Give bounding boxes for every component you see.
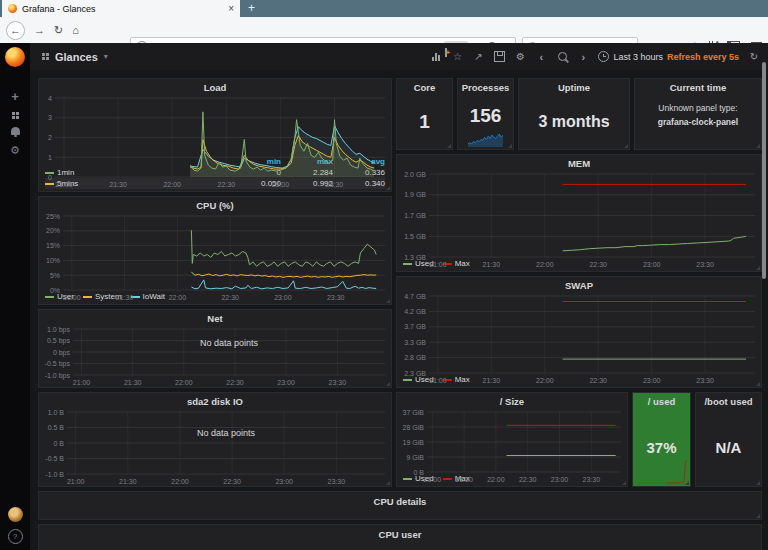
- svg-text:2.8 GB: 2.8 GB: [404, 354, 426, 361]
- dashboard-settings-button[interactable]: ⚙: [514, 51, 526, 62]
- chart-canvas: 1.0 B0.5 B0 B-0.5 B-1.0 B21:0021:3022:00…: [39, 408, 391, 486]
- panel-title[interactable]: / Size: [397, 393, 627, 408]
- add-panel-button[interactable]: +: [430, 53, 442, 61]
- svg-text:22:00: 22:00: [169, 294, 187, 301]
- dashboard-title-button[interactable]: Glances ▾: [42, 51, 108, 63]
- panel-title[interactable]: CPU details: [39, 492, 761, 508]
- panel-cpu-user: CPU user 100%: [38, 524, 762, 550]
- browser-tab-bar: Grafana - Glances × +: [0, 0, 768, 17]
- panel-title[interactable]: / used: [633, 393, 690, 408]
- svg-text:4.2 GB: 4.2 GB: [404, 308, 426, 315]
- panel-title[interactable]: SWAP: [397, 277, 761, 292]
- svg-text:4: 4: [48, 95, 52, 102]
- panel-cpu-details: CPU details: [38, 491, 762, 520]
- help-icon[interactable]: ?: [8, 529, 23, 544]
- svg-text:23:30: 23:30: [328, 478, 346, 485]
- configuration-gear-icon[interactable]: ⚙: [10, 145, 20, 156]
- svg-text:22:00: 22:00: [536, 261, 554, 268]
- svg-text:3.3 GB: 3.3 GB: [404, 339, 426, 346]
- svg-text:21:30: 21:30: [124, 379, 142, 386]
- panel-title[interactable]: Load: [39, 79, 391, 94]
- refresh-interval-label[interactable]: Refresh every 5s: [667, 52, 739, 62]
- chart-canvas: 25%20%15%10%5%0%21:0021:3022:0022:3023:0…: [39, 212, 391, 302]
- svg-text:-0.5 bps: -0.5 bps: [45, 360, 71, 368]
- chevron-down-icon: ▾: [104, 52, 108, 61]
- grafana-navbar: Glances ▾ + ☆ ↗ ⚙ ‹ › Last 3 hours Refre…: [0, 43, 768, 71]
- panel-mem: MEM 2.0 GB1.9 GB1.7 GB1.5 GB1.3 GB21:002…: [396, 154, 762, 272]
- svg-text:22:30: 22:30: [519, 476, 537, 483]
- svg-text:4.7 GB: 4.7 GB: [404, 293, 426, 300]
- star-dashboard-button[interactable]: ☆: [451, 51, 463, 62]
- swap-chart[interactable]: 4.7 GB4.2 GB3.7 GB3.3 GB2.8 GB2.3 GB21:0…: [397, 292, 761, 374]
- panel-title[interactable]: Core: [397, 79, 452, 94]
- panel-title[interactable]: Current time: [635, 79, 761, 94]
- scrollbar-thumb[interactable]: [762, 62, 766, 279]
- panel-title[interactable]: /boot used: [696, 393, 761, 408]
- svg-text:1.0 bps: 1.0 bps: [47, 326, 70, 334]
- cpu-chart[interactable]: 25%20%15%10%5%0%21:0021:3022:0022:3023:0…: [39, 212, 391, 291]
- tab-close-icon[interactable]: ×: [228, 3, 234, 14]
- panel-title[interactable]: Net: [39, 310, 391, 325]
- svg-text:21:00: 21:00: [67, 478, 85, 485]
- save-icon: [494, 51, 505, 62]
- net-chart[interactable]: 1.0 bps0.5 bps0 bps-0.5 bps-1.0 bps21:00…: [39, 325, 391, 387]
- svg-text:-0.5 B: -0.5 B: [45, 455, 64, 462]
- core-value: 1: [397, 94, 452, 149]
- time-range-picker[interactable]: Last 3 hours Refresh every 5s: [598, 51, 739, 62]
- panel-uptime: Uptime 3 months: [518, 78, 630, 150]
- svg-text:22:30: 22:30: [589, 261, 607, 268]
- panel-error-type: grafana-clock-panel: [658, 117, 738, 127]
- load-chart[interactable]: 4321021:0021:3022:0022:3023:0023:30: [39, 94, 391, 156]
- panel-title[interactable]: CPU (%): [39, 197, 391, 212]
- panel-root-size: / Size 37 GiB28 GiB19 GiB9 GiB0 B21:0021…: [396, 392, 628, 487]
- svg-text:23:00: 23:00: [643, 261, 661, 268]
- panel-title[interactable]: sda2 disk IO: [39, 393, 391, 408]
- svg-text:1: 1: [48, 154, 52, 161]
- zoom-out-button[interactable]: [556, 52, 568, 61]
- user-avatar[interactable]: [8, 507, 23, 522]
- svg-text:1.5 GB: 1.5 GB: [404, 233, 426, 240]
- panel-title[interactable]: MEM: [397, 155, 761, 170]
- svg-text:22:00: 22:00: [171, 478, 189, 485]
- time-forward-button[interactable]: ›: [577, 51, 589, 63]
- processes-sparkline: [468, 132, 503, 147]
- sda2-chart[interactable]: 1.0 B0.5 B0 B-0.5 B-1.0 B21:0021:3022:00…: [39, 408, 391, 486]
- chart-canvas: 1.0 bps0.5 bps0 bps-0.5 bps-1.0 bps21:00…: [39, 325, 391, 387]
- svg-text:10%: 10%: [46, 257, 60, 264]
- dashboard-grid-icon: [42, 53, 49, 60]
- svg-text:22:00: 22:00: [536, 377, 554, 384]
- refresh-button[interactable]: ↻: [748, 51, 760, 62]
- panel-title[interactable]: Processes: [458, 79, 513, 94]
- svg-text:23:30: 23:30: [326, 181, 344, 188]
- forward-icon[interactable]: →: [34, 25, 45, 36]
- create-icon[interactable]: +: [11, 89, 19, 104]
- panel-processes: Processes 156: [457, 78, 514, 150]
- panel-title[interactable]: Uptime: [519, 79, 629, 94]
- browser-tab[interactable]: Grafana - Glances ×: [2, 0, 240, 17]
- svg-text:23:30: 23:30: [696, 377, 714, 384]
- svg-text:21:30: 21:30: [119, 478, 137, 485]
- share-dashboard-button[interactable]: ↗: [472, 51, 484, 62]
- svg-text:0%: 0%: [50, 287, 60, 294]
- alerting-bell-icon[interactable]: [11, 127, 20, 135]
- svg-text:1.9 GB: 1.9 GB: [404, 191, 426, 198]
- panel-title[interactable]: CPU user: [39, 525, 761, 541]
- dashboards-icon[interactable]: [12, 112, 19, 119]
- mem-chart[interactable]: 2.0 GB1.9 GB1.7 GB1.5 GB1.3 GB21:0021:30…: [397, 170, 761, 258]
- svg-text:23:00: 23:00: [272, 181, 290, 188]
- root-used-sparkline: [665, 458, 687, 484]
- clock-icon: [598, 51, 609, 62]
- svg-text:21:30: 21:30: [109, 181, 127, 188]
- reload-icon[interactable]: ↻: [54, 25, 63, 36]
- back-button[interactable]: ←: [6, 21, 25, 40]
- save-dashboard-button[interactable]: [493, 51, 505, 62]
- root-size-chart[interactable]: 37 GiB28 GiB19 GiB9 GiB0 B21:0021:3022:0…: [397, 408, 627, 473]
- time-back-button[interactable]: ‹: [535, 51, 547, 63]
- home-icon[interactable]: ⌂: [72, 25, 79, 36]
- grafana-logo-icon[interactable]: [5, 47, 25, 67]
- svg-text:25%: 25%: [46, 213, 60, 220]
- new-tab-button[interactable]: +: [248, 1, 255, 16]
- svg-text:No data points: No data points: [200, 338, 259, 348]
- panel-load: Load 4321021:0021:3022:0022:3023:0023:30…: [38, 78, 392, 192]
- svg-text:23:00: 23:00: [277, 379, 295, 386]
